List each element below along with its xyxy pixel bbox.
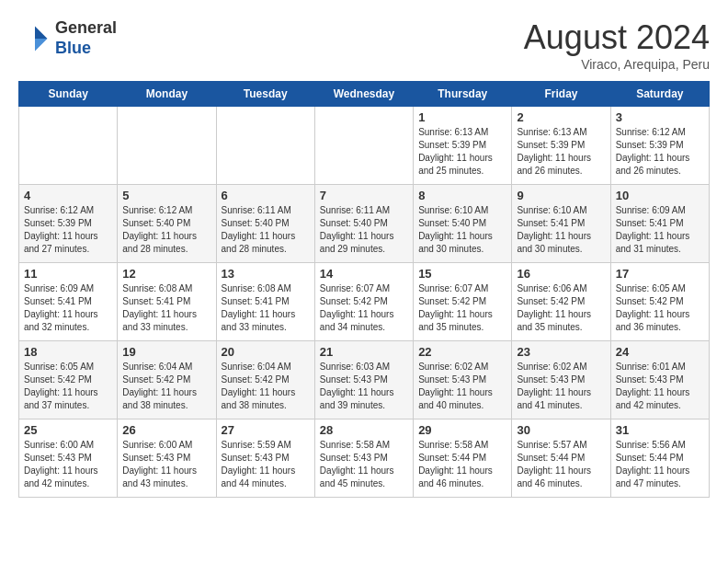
- calendar-cell: 13Sunrise: 6:08 AMSunset: 5:41 PMDayligh…: [216, 263, 314, 341]
- location: Viraco, Arequipa, Peru: [524, 57, 710, 72]
- cell-text: Sunrise: 6:04 AMSunset: 5:42 PMDaylight:…: [122, 362, 197, 410]
- cell-text: Sunrise: 6:00 AMSunset: 5:43 PMDaylight:…: [24, 440, 98, 488]
- day-number: 25: [24, 423, 112, 437]
- day-number: 14: [320, 267, 408, 281]
- day-number: 9: [517, 189, 605, 202]
- calendar-week-row: 4Sunrise: 6:12 AMSunset: 5:39 PMDaylight…: [19, 185, 710, 263]
- weekday-header: Wednesday: [314, 82, 413, 107]
- cell-text: Sunrise: 6:10 AMSunset: 5:41 PMDaylight:…: [517, 205, 591, 254]
- calendar-cell: 31Sunrise: 5:56 AMSunset: 5:44 PMDayligh…: [610, 419, 709, 498]
- logo-text: General Blue: [55, 18, 117, 58]
- day-number: 2: [517, 110, 605, 124]
- cell-text: Sunrise: 6:05 AMSunset: 5:42 PMDaylight:…: [24, 362, 98, 410]
- day-number: 1: [418, 110, 506, 124]
- calendar-cell: 7Sunrise: 6:11 AMSunset: 5:40 PMDaylight…: [314, 185, 413, 263]
- calendar-cell: 14Sunrise: 6:07 AMSunset: 5:42 PMDayligh…: [314, 263, 413, 341]
- cell-text: Sunrise: 6:12 AMSunset: 5:39 PMDaylight:…: [24, 205, 98, 254]
- cell-text: Sunrise: 6:12 AMSunset: 5:39 PMDaylight:…: [616, 127, 690, 176]
- calendar-cell: 27Sunrise: 5:59 AMSunset: 5:43 PMDayligh…: [216, 419, 314, 498]
- calendar-cell: 16Sunrise: 6:06 AMSunset: 5:42 PMDayligh…: [512, 263, 610, 341]
- day-number: 18: [24, 345, 112, 359]
- calendar-cell: 25Sunrise: 6:00 AMSunset: 5:43 PMDayligh…: [19, 419, 118, 498]
- calendar-cell: 1Sunrise: 6:13 AMSunset: 5:39 PMDaylight…: [414, 107, 512, 185]
- day-number: 10: [616, 189, 704, 202]
- day-number: 5: [122, 189, 210, 202]
- calendar-cell: 29Sunrise: 5:58 AMSunset: 5:44 PMDayligh…: [414, 419, 512, 498]
- calendar-table: SundayMondayTuesdayWednesdayThursdayFrid…: [18, 81, 710, 498]
- weekday-header: Tuesday: [216, 82, 314, 107]
- cell-text: Sunrise: 5:56 AMSunset: 5:44 PMDaylight:…: [616, 440, 690, 488]
- cell-text: Sunrise: 6:04 AMSunset: 5:42 PMDaylight:…: [222, 362, 296, 410]
- day-number: 15: [418, 267, 506, 281]
- cell-text: Sunrise: 6:09 AMSunset: 5:41 PMDaylight:…: [24, 283, 98, 332]
- day-number: 24: [616, 345, 704, 359]
- day-number: 7: [320, 189, 408, 202]
- calendar-cell: [314, 107, 413, 185]
- cell-text: Sunrise: 6:03 AMSunset: 5:43 PMDaylight:…: [320, 362, 394, 410]
- calendar-week-row: 11Sunrise: 6:09 AMSunset: 5:41 PMDayligh…: [19, 263, 710, 341]
- day-number: 16: [517, 267, 605, 281]
- day-number: 21: [320, 345, 408, 359]
- day-number: 30: [517, 423, 605, 437]
- cell-text: Sunrise: 6:07 AMSunset: 5:42 PMDaylight:…: [320, 283, 394, 332]
- svg-marker-0: [35, 26, 48, 39]
- cell-text: Sunrise: 6:02 AMSunset: 5:43 PMDaylight:…: [418, 362, 493, 410]
- cell-text: Sunrise: 6:06 AMSunset: 5:42 PMDaylight:…: [517, 283, 591, 332]
- weekday-header: Sunday: [19, 82, 118, 107]
- weekday-header-row: SundayMondayTuesdayWednesdayThursdayFrid…: [19, 82, 710, 107]
- calendar-cell: 22Sunrise: 6:02 AMSunset: 5:43 PMDayligh…: [414, 341, 512, 419]
- cell-text: Sunrise: 6:08 AMSunset: 5:41 PMDaylight:…: [222, 283, 296, 332]
- cell-text: Sunrise: 6:02 AMSunset: 5:43 PMDaylight:…: [517, 362, 591, 410]
- day-number: 26: [122, 423, 210, 437]
- title-block: August 2024 Viraco, Arequipa, Peru: [524, 18, 710, 72]
- day-number: 12: [122, 267, 210, 281]
- cell-text: Sunrise: 6:08 AMSunset: 5:41 PMDaylight:…: [122, 283, 197, 332]
- cell-text: Sunrise: 6:00 AMSunset: 5:43 PMDaylight:…: [122, 440, 197, 488]
- day-number: 3: [616, 110, 704, 124]
- calendar-cell: 24Sunrise: 6:01 AMSunset: 5:43 PMDayligh…: [610, 341, 709, 419]
- calendar-cell: 26Sunrise: 6:00 AMSunset: 5:43 PMDayligh…: [118, 419, 216, 498]
- weekday-header: Monday: [118, 82, 216, 107]
- cell-text: Sunrise: 6:13 AMSunset: 5:39 PMDaylight:…: [418, 127, 493, 176]
- cell-text: Sunrise: 6:11 AMSunset: 5:40 PMDaylight:…: [320, 205, 394, 254]
- calendar-cell: 8Sunrise: 6:10 AMSunset: 5:40 PMDaylight…: [414, 185, 512, 263]
- calendar-week-row: 25Sunrise: 6:00 AMSunset: 5:43 PMDayligh…: [19, 419, 710, 498]
- cell-text: Sunrise: 6:12 AMSunset: 5:40 PMDaylight:…: [122, 205, 197, 254]
- day-number: 27: [222, 423, 310, 437]
- svg-marker-1: [35, 39, 48, 52]
- day-number: 19: [122, 345, 210, 359]
- calendar-cell: 30Sunrise: 5:57 AMSunset: 5:44 PMDayligh…: [512, 419, 610, 498]
- month-year: August 2024: [524, 18, 710, 57]
- cell-text: Sunrise: 5:58 AMSunset: 5:43 PMDaylight:…: [320, 440, 394, 488]
- calendar-cell: 3Sunrise: 6:12 AMSunset: 5:39 PMDaylight…: [610, 107, 709, 185]
- day-number: 28: [320, 423, 408, 437]
- day-number: 11: [24, 267, 112, 281]
- calendar-cell: [118, 107, 216, 185]
- day-number: 22: [418, 345, 506, 359]
- calendar-cell: 6Sunrise: 6:11 AMSunset: 5:40 PMDaylight…: [216, 185, 314, 263]
- calendar-cell: 5Sunrise: 6:12 AMSunset: 5:40 PMDaylight…: [118, 185, 216, 263]
- cell-text: Sunrise: 6:13 AMSunset: 5:39 PMDaylight:…: [517, 127, 591, 176]
- calendar-cell: 18Sunrise: 6:05 AMSunset: 5:42 PMDayligh…: [19, 341, 118, 419]
- cell-text: Sunrise: 6:01 AMSunset: 5:43 PMDaylight:…: [616, 362, 690, 410]
- weekday-header: Friday: [512, 82, 610, 107]
- day-number: 17: [616, 267, 704, 281]
- calendar-cell: [216, 107, 314, 185]
- calendar-cell: [19, 107, 118, 185]
- calendar-cell: 23Sunrise: 6:02 AMSunset: 5:43 PMDayligh…: [512, 341, 610, 419]
- page-header: General Blue August 2024 Viraco, Arequip…: [18, 18, 710, 72]
- calendar-week-row: 1Sunrise: 6:13 AMSunset: 5:39 PMDaylight…: [19, 107, 710, 185]
- day-number: 29: [418, 423, 506, 437]
- day-number: 8: [418, 189, 506, 202]
- day-number: 6: [222, 189, 310, 202]
- logo: General Blue: [18, 18, 117, 58]
- day-number: 4: [24, 189, 112, 202]
- cell-text: Sunrise: 6:11 AMSunset: 5:40 PMDaylight:…: [222, 205, 296, 254]
- day-number: 23: [517, 345, 605, 359]
- calendar-cell: 2Sunrise: 6:13 AMSunset: 5:39 PMDaylight…: [512, 107, 610, 185]
- calendar-cell: 20Sunrise: 6:04 AMSunset: 5:42 PMDayligh…: [216, 341, 314, 419]
- calendar-cell: 4Sunrise: 6:12 AMSunset: 5:39 PMDaylight…: [19, 185, 118, 263]
- cell-text: Sunrise: 5:59 AMSunset: 5:43 PMDaylight:…: [222, 440, 296, 488]
- cell-text: Sunrise: 5:58 AMSunset: 5:44 PMDaylight:…: [418, 440, 493, 488]
- calendar-cell: 11Sunrise: 6:09 AMSunset: 5:41 PMDayligh…: [19, 263, 118, 341]
